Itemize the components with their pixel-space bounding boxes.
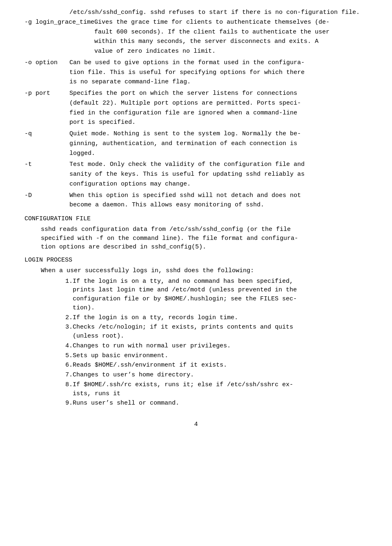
list-item-num: 7. [41,371,73,380]
param-g: -g login_grace_time Gives the grace time… [24,18,368,57]
list-item-text: Sets up basic environment. [73,351,368,360]
content: /etc/ssh/sshd_config. sshd refuses to st… [24,8,368,408]
list-item-num: 2. [41,313,73,322]
login-process-body: When a user successfully logs in, sshd d… [24,266,368,408]
login-process-header: LOGIN PROCESS [24,256,368,265]
list-item-num: 6. [41,361,73,370]
param-o-flag: -o option [24,58,69,87]
param-D: -D When this option is specified sshd wi… [24,191,368,211]
list-item-text: Runs user’s shell or command. [73,399,368,408]
list-item-text: Changes to run with normal user privileg… [73,342,368,351]
top-continuation: /etc/ssh/sshd_config. sshd refuses to st… [24,8,368,17]
config-file-header: CONFIGURATION FILE [24,215,368,224]
list-item-num: 3. [41,323,73,341]
list-item: 2. If the login is on a tty, records log… [41,313,368,322]
param-t-desc: Test mode. Only check the validity of th… [69,160,368,189]
list-item: 5. Sets up basic environment. [41,351,368,360]
list-item: 4. Changes to run with normal user privi… [41,342,368,351]
list-item: 8. If $HOME/.ssh/rc exists, runs it; els… [41,380,368,398]
list-item-num: 8. [41,380,73,398]
list-item-text: If $HOME/.ssh/rc exists, runs it; else i… [73,380,368,398]
list-item-num: 4. [41,342,73,351]
param-o-desc: Can be used to give options in the forma… [69,58,368,87]
login-list: 1. If the login is on a tty, and no comm… [41,277,368,408]
list-item-text: Reads $HOME/.ssh/environment if it exist… [73,361,368,370]
list-item-text: Changes to user’s home directory. [73,371,368,380]
param-q-desc: Quiet mode. Nothing is sent to the syste… [69,130,368,159]
config-file-body: sshd reads configuration data from /etc/… [24,225,368,252]
param-D-desc: When this option is specified sshd will … [69,191,368,211]
param-q-flag: -q [24,130,69,159]
list-item: 9. Runs user’s shell or command. [41,399,368,408]
login-intro: When a user successfully logs in, sshd d… [41,266,368,275]
param-o: -o option Can be used to give options in… [24,58,368,87]
param-p: -p port Specifies the port on which the … [24,89,368,128]
page-number: 4 [24,420,368,429]
list-item-text: Checks /etc/nologin; if it exists, print… [73,323,368,341]
list-item-num: 1. [41,277,73,313]
section-login-process: LOGIN PROCESS When a user successfully l… [24,256,368,408]
section-config-file: CONFIGURATION FILE sshd reads configurat… [24,215,368,252]
param-t: -t Test mode. Only check the validity of… [24,160,368,189]
list-item-text: If the login is on a tty, and no command… [73,277,368,313]
param-t-flag: -t [24,160,69,189]
list-item-num: 5. [41,351,73,360]
page: /etc/ssh/sshd_config. sshd refuses to st… [0,0,392,546]
list-item-num: 9. [41,399,73,408]
list-item: 6. Reads $HOME/.ssh/environment if it ex… [41,361,368,370]
param-g-flag: -g login_grace_time [24,18,94,57]
params-section: -g login_grace_time Gives the grace time… [24,18,368,210]
param-p-flag: -p port [24,89,69,128]
param-g-desc: Gives the grace time for clients to auth… [94,18,368,57]
param-D-flag: -D [24,191,69,211]
list-item: 1. If the login is on a tty, and no comm… [41,277,368,313]
param-p-desc: Specifies the port on which the server l… [69,89,368,128]
top-continuation-text: /etc/ssh/sshd_config. sshd refuses to st… [69,9,360,16]
list-item: 7. Changes to user’s home directory. [41,371,368,380]
list-item: 3. Checks /etc/nologin; if it exists, pr… [41,323,368,341]
param-q: -q Quiet mode. Nothing is sent to the sy… [24,130,368,159]
list-item-text: If the login is on a tty, records login … [73,313,368,322]
